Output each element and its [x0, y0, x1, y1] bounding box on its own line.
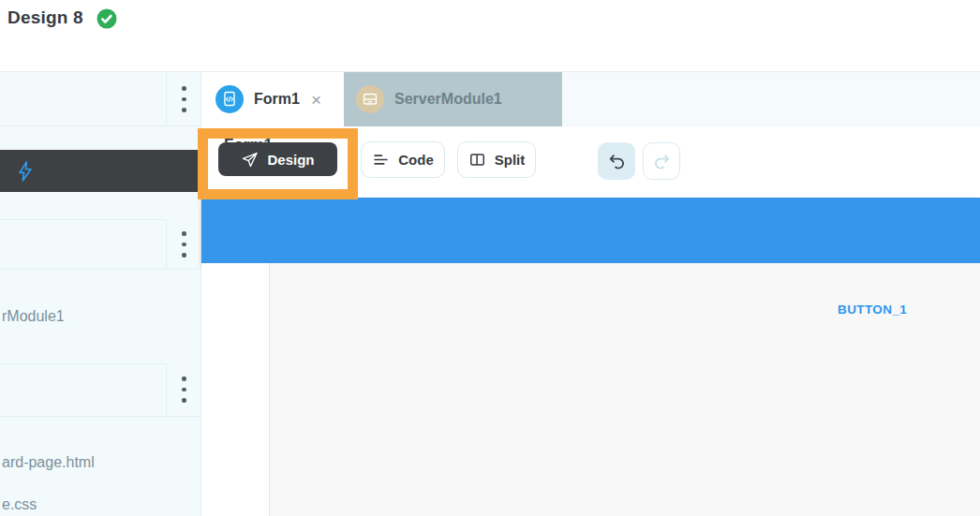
- lightning-icon: [16, 160, 35, 183]
- divider: [0, 269, 200, 270]
- tab-form1-label: Form1: [254, 91, 300, 108]
- canvas-button-1-component[interactable]: BUTTON_1: [838, 302, 907, 317]
- sidebar-item-theme-css[interactable]: e.css: [2, 496, 37, 513]
- canvas-navbar-component[interactable]: [201, 198, 980, 263]
- paper-plane-icon: [241, 151, 259, 169]
- divider: [269, 263, 270, 516]
- divider: [0, 125, 200, 126]
- app-browser-sidebar: rModule1 ard-page.html e.css: [0, 72, 201, 516]
- editor-tab-bar: Form1 × ServerModule1: [201, 72, 980, 126]
- divider: [0, 219, 166, 220]
- server-icon: [356, 85, 384, 113]
- split-view-button-label: Split: [495, 152, 526, 168]
- editor-toolbar: Design Code Split: [201, 126, 980, 198]
- code-view-button[interactable]: Code: [361, 141, 445, 178]
- redo-button[interactable]: [643, 142, 680, 180]
- divider: [166, 363, 167, 416]
- redo-icon: [652, 152, 672, 171]
- split-pane-icon: [468, 151, 486, 169]
- tab-form1[interactable]: Form1 ×: [201, 72, 344, 126]
- sidebar-section3-menu-button[interactable]: [176, 371, 192, 408]
- sidebar-item-servermodule1[interactable]: rModule1: [2, 308, 65, 325]
- sidebar-section1-menu-button[interactable]: [176, 81, 192, 118]
- check-circle-icon: [97, 8, 117, 29]
- divider: [166, 219, 167, 269]
- design-view-button[interactable]: Design: [218, 142, 337, 176]
- code-lines-icon: [372, 151, 390, 169]
- undo-button[interactable]: [598, 142, 635, 180]
- sidebar-item-standard-page-html[interactable]: ard-page.html: [2, 454, 95, 471]
- divider: [0, 416, 200, 417]
- undo-icon: [607, 152, 627, 171]
- design-canvas: BUTTON_1: [201, 263, 980, 516]
- code-view-button-label: Code: [398, 152, 434, 168]
- divider: [0, 363, 166, 364]
- tab-servermodule1[interactable]: ServerModule1: [344, 72, 562, 126]
- form-file-icon: [215, 85, 244, 113]
- sidebar-section2-menu-button[interactable]: [176, 226, 192, 263]
- design-view-button-label: Design: [267, 152, 314, 168]
- divider: [166, 72, 167, 125]
- tab-servermodule1-label: ServerModule1: [394, 91, 502, 108]
- split-view-button[interactable]: Split: [457, 141, 536, 178]
- canvas-gutter: [201, 263, 269, 516]
- sidebar-selected-item-bar[interactable]: [0, 150, 200, 192]
- page-title: Design 8: [7, 7, 83, 28]
- close-icon[interactable]: ×: [311, 91, 321, 109]
